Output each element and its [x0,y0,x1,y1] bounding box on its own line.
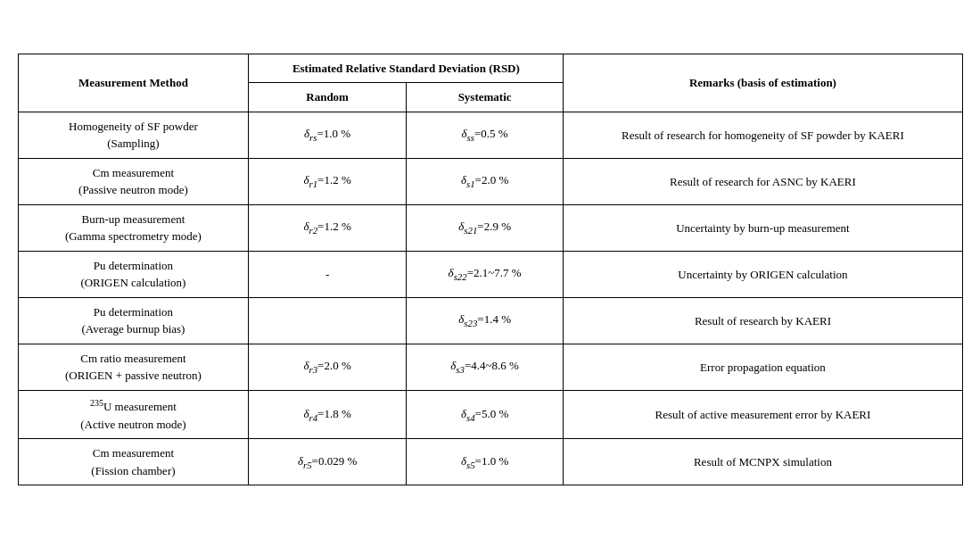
table-row: Pu determination (ORIGEN calculation) - … [18,251,962,297]
remarks-cell: Result of research for homogeneity of SF… [564,112,962,158]
method-cell: Pu determination (Average burnup bias) [18,297,249,344]
remarks-cell: Uncertainty by burn-up measurement [564,204,962,251]
measurement-table: Measurement Method Estimated Relative St… [18,54,963,485]
method-cell: Burn-up measurement (Gamma spectrometry … [18,204,249,251]
random-cell: δr3=2.0 % [249,344,407,390]
random-cell [249,297,407,344]
method-cell: Cm ratio measurement (ORIGEN + passive n… [18,344,249,390]
header-random: Random [249,83,407,112]
method-cell: Pu determination (ORIGEN calculation) [18,251,249,297]
systematic-cell: δss=0.5 % [406,112,564,158]
systematic-cell: δs21=2.9 % [406,204,564,251]
remarks-cell: Uncertainty by ORIGEN calculation [564,251,962,297]
table-row: Homogeneity of SF powder (Sampling) δrs=… [18,112,962,158]
systematic-cell: δs23=1.4 % [406,297,564,344]
table-row: Burn-up measurement (Gamma spectrometry … [18,204,962,251]
remarks-cell: Result of research by KAERI [564,297,962,344]
systematic-cell: δs5=1.0 % [406,439,564,485]
header-systematic: Systematic [406,83,564,112]
remarks-cell: Result of MCNPX simulation [564,439,962,485]
remarks-cell: Result of research for ASNC by KAERI [564,158,962,204]
table-row: 235U measurement (Active neutron mode) δ… [18,390,962,438]
remarks-cell: Result of active measurement error by KA… [564,390,962,438]
main-table-wrapper: Measurement Method Estimated Relative St… [18,54,963,485]
random-cell: - [249,251,407,297]
table-row: Cm measurement (Passive neutron mode) δr… [18,158,962,204]
random-cell: δr1=1.2 % [249,158,407,204]
table-row: Cm measurement (Fission chamber) δr5=0.0… [18,439,962,485]
systematic-cell: δs4=5.0 % [406,390,564,438]
systematic-cell: δs22=2.1~7.7 % [406,251,564,297]
random-cell: δr4=1.8 % [249,390,407,438]
method-cell: 235U measurement (Active neutron mode) [18,390,249,438]
remarks-cell: Error propagation equation [564,344,962,390]
method-cell: Homogeneity of SF powder (Sampling) [18,112,249,158]
header-rsd: Estimated Relative Standard Deviation (R… [249,54,564,83]
systematic-cell: δs1=2.0 % [406,158,564,204]
systematic-cell: δs3=4.4~8.6 % [406,344,564,390]
table-row: Cm ratio measurement (ORIGEN + passive n… [18,344,962,390]
random-cell: δr2=1.2 % [249,204,407,251]
header-measurement-method: Measurement Method [18,54,249,112]
table-row: Pu determination (Average burnup bias) δ… [18,297,962,344]
method-cell: Cm measurement (Passive neutron mode) [18,158,249,204]
random-cell: δr5=0.029 % [249,439,407,485]
method-cell: Cm measurement (Fission chamber) [18,439,249,485]
random-cell: δrs=1.0 % [249,112,407,158]
header-remarks: Remarks (basis of estimation) [564,54,962,112]
